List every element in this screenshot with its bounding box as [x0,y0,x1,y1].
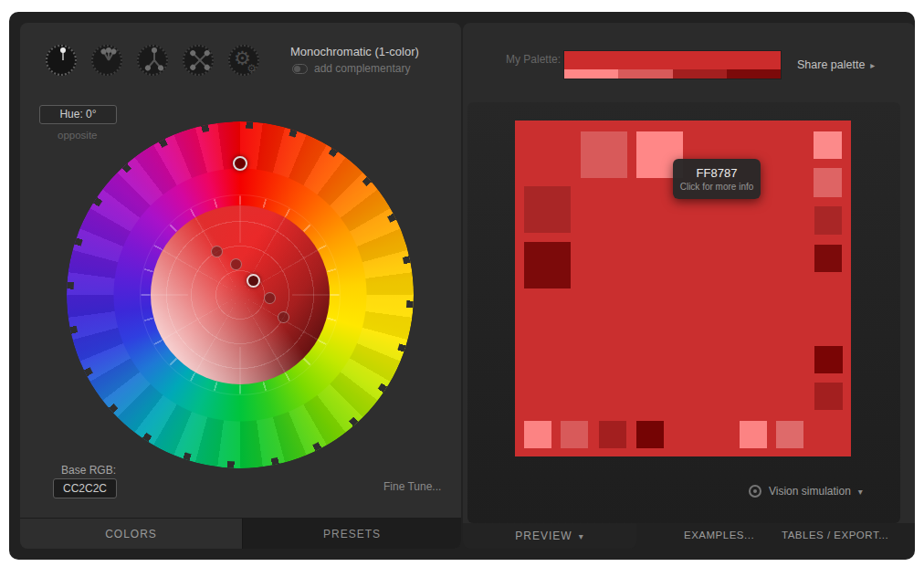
chevron-down-icon: ▾ [579,531,584,541]
mono-dial-icon [62,50,64,60]
wheel-inner-disc[interactable] [151,205,330,384]
scheme-adjacent-button[interactable] [91,45,122,76]
preview-swatch[interactable] [814,168,842,197]
left-tab-bar: COLORS PRESETS [20,518,461,549]
tab-colors[interactable]: COLORS [20,519,242,549]
palette-shade-row [564,69,781,79]
disc-grid-lines [151,205,330,384]
preview-swatch[interactable] [599,421,626,448]
base-rgb-input[interactable] [53,478,117,498]
color-tooltip: FF8787 Click for more info [673,159,761,199]
scheme-type-buttons: ⚙ ⚙ [46,45,259,76]
preview-swatch[interactable] [524,242,571,288]
scheme-tetrad-button[interactable] [183,45,214,76]
preview-panel: My Palette: Share palette ▸ FF8787 Click… [463,23,915,523]
scheme-freestyle-button[interactable]: ⚙ ⚙ [228,45,259,76]
preview-canvas[interactable]: FF8787 Click for more info [515,121,851,456]
tab-tables-export[interactable]: TABLES / EXPORT... [782,530,888,540]
tooltip-hex-value: FF8787 [697,166,738,180]
palette-shade[interactable] [673,69,727,79]
palette-shade[interactable] [564,69,618,79]
my-palette-label: My Palette: [506,53,561,66]
eye-icon [749,485,761,498]
preview-swatch[interactable] [561,421,588,448]
tooltip-hint: Click for more info [680,182,754,192]
scheme-panel: ⚙ ⚙ Monochromatic (1-color) add compleme… [20,23,461,549]
tab-examples[interactable]: EXAMPLES... [684,530,754,540]
preview-swatch[interactable] [814,346,843,373]
fine-tune-link[interactable]: Fine Tune... [383,480,441,493]
wheel-marker[interactable] [211,246,223,257]
wheel-hue-marker[interactable] [233,156,247,171]
preview-swatch[interactable] [814,131,842,159]
app-container: ⚙ ⚙ Monochromatic (1-color) add compleme… [9,12,915,560]
preview-swatch[interactable] [581,131,627,178]
share-arrow-icon: ▸ [870,60,875,70]
chevron-down-icon: ▾ [858,487,863,497]
add-complementary-label: add complementary [314,62,410,75]
preview-swatch[interactable] [814,206,842,235]
palette-strip[interactable] [564,51,781,79]
preview-swatch[interactable] [740,421,767,448]
palette-shade[interactable] [618,69,672,79]
preview-swatch[interactable] [814,383,843,410]
palette-base-bar[interactable] [564,51,781,69]
palette-shade[interactable] [727,69,781,79]
wheel-marker-selected[interactable] [247,274,260,288]
preview-swatch[interactable] [636,421,664,448]
vision-simulation-control[interactable]: Vision simulation ▾ [749,485,863,498]
scheme-triad-button[interactable] [137,45,168,76]
tab-preview[interactable]: PREVIEW ▾ [463,523,636,549]
share-palette-link[interactable]: Share palette ▸ [797,58,875,71]
preview-well: FF8787 Click for more info Vision simula… [467,102,900,523]
add-complementary-toggle[interactable] [292,64,308,74]
right-tab-bar: PREVIEW ▾ EXAMPLES... TABLES / EXPORT... [463,523,915,549]
scheme-monochromatic-button[interactable] [46,45,77,76]
preview-swatch[interactable] [776,421,803,448]
wheel-marker[interactable] [264,292,276,304]
preview-swatch[interactable] [814,245,842,272]
wheel-marker[interactable] [278,311,289,323]
color-wheel[interactable] [67,121,414,468]
scheme-title: Monochromatic (1-color) [290,45,419,58]
tab-presets[interactable]: PRESETS [242,519,461,549]
base-rgb-label: Base RGB: [61,464,116,477]
wheel-marker[interactable] [230,258,242,270]
gear-small-icon: ⚙ [247,62,257,75]
preview-swatch[interactable] [524,421,551,448]
preview-swatch[interactable] [524,186,571,233]
add-complementary-control: add complementary [292,62,410,75]
